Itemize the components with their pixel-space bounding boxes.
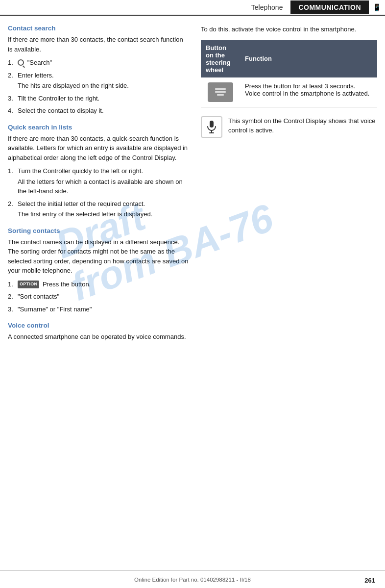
- contact-search-steps: 1. "Search" 2. Enter letters. The hits a…: [8, 58, 189, 116]
- telephone-tab-label: Telephone: [243, 3, 291, 11]
- sort-step2-text: "Sort contacts": [18, 292, 189, 302]
- page-number: 261: [364, 577, 375, 584]
- list-item: 2. "Sort contacts": [8, 292, 189, 302]
- search-icon: [18, 59, 24, 66]
- function-table: Button on the steering wheel Function: [201, 40, 377, 107]
- table-row: Press the button for at least 3 seconds.…: [201, 77, 377, 107]
- qs-step1-sub: All the letters for which a contact is a…: [18, 177, 189, 196]
- quick-search-intro: If there are more than 30 contacts, a qu…: [8, 134, 189, 163]
- sorting-steps: 1. OPTION Press the button. 2. "Sort con…: [8, 280, 189, 314]
- sorting-intro: The contact names can be displayed in a …: [8, 237, 189, 276]
- communication-tab-label: COMMUNICATION: [290, 0, 369, 14]
- main-content: Contact search If there are more than 30…: [0, 16, 385, 350]
- voice-control-title: Voice control: [8, 322, 189, 329]
- sorting-section: Sorting contacts The contact names can b…: [8, 227, 189, 314]
- step2-sub: The hits are displayed on the right side…: [18, 81, 189, 91]
- sort-step1-text: Press the button.: [43, 281, 91, 288]
- list-item: 4. Select the contact to display it.: [8, 106, 189, 116]
- info-box-text: This symbol on the Control Display shows…: [228, 116, 377, 135]
- quick-search-section: Quick search in lists If there are more …: [8, 124, 189, 219]
- step3-text: Tilt the Controller to the right.: [18, 94, 189, 103]
- phone-icon: 📱: [373, 3, 381, 11]
- mic-icon-box: [201, 116, 222, 138]
- sorting-title: Sorting contacts: [8, 227, 189, 234]
- voice-control-intro: A connected smartphone can be operated b…: [8, 332, 189, 342]
- sort-step3-text: "Surname" or "First name": [18, 305, 189, 314]
- qs-step2-sub: The first entry of the selected letter i…: [18, 209, 189, 219]
- page-header: Telephone COMMUNICATION 📱: [0, 0, 385, 16]
- list-item: 3. Tilt the Controller to the right.: [8, 94, 189, 103]
- list-item: 2. Select the initial letter of the requ…: [8, 199, 189, 219]
- quick-search-title: Quick search in lists: [8, 124, 189, 131]
- list-item: 1. "Search": [8, 58, 189, 68]
- option-button-icon: OPTION: [18, 281, 39, 288]
- voice-control-section: Voice control A connected smartphone can…: [8, 322, 189, 342]
- contact-search-title: Contact search: [8, 25, 189, 32]
- quick-search-steps: 1. Turn the Controller quickly to the le…: [8, 166, 189, 219]
- info-box: This symbol on the Control Display shows…: [201, 116, 377, 138]
- steering-button-image: [206, 82, 235, 102]
- right-column: To do this, activate the voice control i…: [201, 25, 377, 350]
- svg-rect-0: [210, 121, 214, 128]
- function-description: Press the button for at least 3 seconds.…: [245, 82, 369, 97]
- table-cell-button: [201, 77, 240, 107]
- left-column: Contact search If there are more than 30…: [8, 25, 189, 350]
- qs-step2-text: Select the initial letter of the require…: [18, 200, 145, 207]
- button-lines-graphic: [215, 88, 226, 96]
- footer-text: Online Edition for Part no. 01402988211 …: [134, 577, 251, 583]
- list-item: 2. Enter letters. The hits are displayed…: [8, 71, 189, 91]
- list-item: 1. Turn the Controller quickly to the le…: [8, 166, 189, 196]
- list-item: 3. "Surname" or "First name": [8, 305, 189, 314]
- step1-text: "Search": [27, 59, 52, 66]
- table-col1-header: Button on the steering wheel: [201, 40, 240, 77]
- steering-btn-graphic: [208, 82, 233, 102]
- table-col2-header: Function: [240, 40, 377, 77]
- contact-search-section: Contact search If there are more than 30…: [8, 25, 189, 116]
- step2-text: Enter letters.: [18, 72, 54, 79]
- page-footer: Online Edition for Part no. 01402988211 …: [0, 570, 385, 588]
- right-intro-text: To do this, activate the voice control i…: [201, 25, 377, 34]
- microphone-icon: [206, 120, 217, 134]
- step4-text: Select the contact to display it.: [18, 106, 189, 116]
- table-cell-function: Press the button for at least 3 seconds.…: [240, 77, 377, 107]
- contact-search-intro: If there are more than 30 contacts, the …: [8, 35, 189, 54]
- list-item: 1. OPTION Press the button.: [8, 280, 189, 289]
- qs-step1-text: Turn the Controller quickly to the left …: [18, 167, 143, 175]
